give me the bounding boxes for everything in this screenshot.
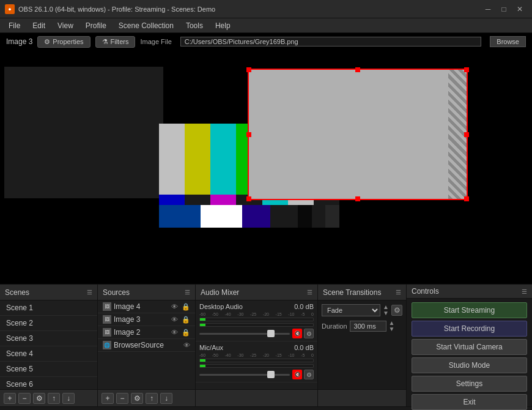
desktop-audio-meter (199, 318, 314, 321)
handle-tr[interactable] (464, 67, 469, 72)
handle-mr[interactable] (464, 132, 469, 137)
scenes-menu-icon[interactable]: ☰ (87, 289, 92, 296)
move-up-scene-button[interactable]: ↑ (48, 393, 60, 404)
menubar: File Edit View Profile Scene Collection … (0, 18, 532, 33)
move-down-scene-button[interactable]: ↓ (62, 393, 75, 404)
transitions-content: Fade Cut Swipe Slide ▲ ▼ ⚙ Duration ▲ ▼ (318, 300, 406, 389)
mic-aux-label: Mic/Aux (199, 344, 223, 351)
menu-edit[interactable]: Edit (26, 20, 51, 31)
duration-input[interactable] (350, 321, 386, 332)
desktop-audio-track: Desktop Audio 0.0 dB -60-50-40-30-25-20-… (196, 300, 317, 341)
desktop-audio-meter2 (199, 323, 314, 327)
desktop-mute-button[interactable]: 🔇 (292, 329, 302, 338)
desktop-audio-fader[interactable] (199, 333, 290, 335)
transitions-toolbar (318, 389, 406, 406)
menu-profile[interactable]: Profile (79, 20, 113, 31)
menu-help[interactable]: Help (209, 20, 237, 31)
scene-item[interactable]: Scene 5 (0, 362, 97, 377)
eye-icon[interactable]: 👁 (171, 329, 178, 336)
audio-mixer-panel: Audio Mixer ☰ Desktop Audio 0.0 dB -60-5… (196, 285, 318, 406)
menu-scene-collection[interactable]: Scene Collection (113, 20, 180, 31)
desktop-audio-fader-thumb[interactable] (267, 330, 275, 337)
exit-button[interactable]: Exit (412, 394, 527, 410)
mic-mute-button[interactable]: 🔇 (292, 370, 302, 379)
image-file-label: Image File (140, 38, 171, 45)
studio-mode-button[interactable]: Studio Mode (412, 357, 527, 373)
transition-select[interactable]: Fade Cut Swipe Slide (322, 304, 380, 316)
sources-toolbar: + − ⚙ ↑ ↓ (98, 389, 195, 406)
source-toolbar: Image 3 ⚙ Properties ⚗ Filters Image Fil… (0, 33, 532, 50)
audio-menu-icon[interactable]: ☰ (307, 289, 312, 296)
image-icon: 🖼 (103, 315, 111, 324)
handle-br[interactable] (464, 196, 469, 201)
properties-button[interactable]: ⚙ Properties (37, 36, 90, 48)
settings-button[interactable]: Settings (412, 376, 527, 392)
move-down-source-button[interactable]: ↓ (160, 393, 172, 404)
transition-arrows[interactable]: ▲ ▼ (383, 304, 389, 316)
remove-source-button[interactable]: − (116, 393, 128, 404)
scene-item[interactable]: Scene 4 (0, 346, 97, 362)
close-button[interactable]: ✕ (512, 3, 527, 15)
handle-tc[interactable] (355, 67, 360, 72)
audio-mixer-header: Audio Mixer ☰ (196, 285, 317, 300)
image-icon: 🖼 (103, 328, 111, 337)
remove-scene-button[interactable]: − (18, 393, 31, 404)
handle-bl[interactable] (246, 196, 251, 201)
menu-file[interactable]: File (2, 20, 26, 31)
start-streaming-button[interactable]: Start Streaming (412, 302, 527, 318)
lock-icon[interactable]: 🔒 (182, 329, 190, 337)
move-up-source-button[interactable]: ↑ (146, 393, 158, 404)
desktop-audio-controls: 🔇 ⚙ (292, 329, 314, 338)
source-item[interactable]: 🖼 Image 2 👁 🔒 (98, 326, 195, 339)
transitions-menu-icon[interactable]: ☰ (396, 289, 401, 296)
sources-menu-icon[interactable]: ☰ (185, 289, 190, 296)
transition-gear-button[interactable]: ⚙ (391, 305, 402, 316)
controls-content: Start Streaming Start Recording Start Vi… (407, 299, 532, 410)
source-settings-button[interactable]: ⚙ (131, 393, 143, 404)
selected-source-overlay[interactable] (248, 69, 468, 200)
menu-tools[interactable]: Tools (180, 20, 209, 31)
handle-bc[interactable] (355, 196, 360, 201)
start-recording-button[interactable]: Start Recording (412, 321, 527, 337)
transitions-header: Scene Transitions ☰ (318, 285, 406, 300)
scene-item[interactable]: Scene 3 (0, 331, 97, 346)
desktop-audio-label: Desktop Audio (199, 303, 243, 310)
scene-item[interactable]: Scene 6 (0, 377, 97, 389)
maximize-button[interactable]: □ (497, 3, 511, 15)
scene-item[interactable]: Scene 1 (0, 300, 97, 316)
eye-icon[interactable]: 👁 (171, 316, 178, 323)
lock-icon[interactable]: 🔒 (182, 316, 190, 324)
mic-aux-fader[interactable] (199, 374, 290, 376)
scene-item[interactable]: Scene 2 (0, 316, 97, 331)
scene-transitions-panel: Scene Transitions ☰ Fade Cut Swipe Slide… (318, 285, 407, 406)
mic-aux-fader-row: 🔇 ⚙ (199, 370, 314, 379)
file-path-input[interactable] (180, 37, 482, 47)
handle-tl[interactable] (246, 67, 251, 72)
source-item[interactable]: 🌐 BrowserSource 👁 (98, 339, 195, 352)
source-item[interactable]: 🖼 Image 4 👁 🔒 (98, 300, 195, 313)
sources-panel: Sources ☰ 🖼 Image 4 👁 🔒 🖼 Image 3 👁 🔒 🖼 … (98, 285, 196, 406)
controls-header: Controls ☰ (407, 285, 532, 299)
mic-config-button[interactable]: ⚙ (304, 370, 314, 379)
mic-aux-fader-thumb[interactable] (267, 371, 275, 378)
add-source-button[interactable]: + (102, 393, 114, 404)
minimize-button[interactable]: ─ (481, 3, 495, 15)
menu-view[interactable]: View (51, 20, 79, 31)
desktop-config-button[interactable]: ⚙ (304, 329, 314, 338)
start-virtual-camera-button[interactable]: Start Virtual Camera (412, 339, 527, 355)
controls-menu-icon[interactable]: ☰ (522, 288, 527, 295)
duration-arrows[interactable]: ▲ ▼ (389, 320, 395, 332)
scene-settings-button[interactable]: ⚙ (33, 393, 45, 404)
source-item[interactable]: 🖼 Image 3 👁 🔒 (98, 313, 195, 326)
add-scene-button[interactable]: + (4, 393, 16, 404)
mic-aux-meter (199, 359, 314, 362)
filters-button[interactable]: ⚗ Filters (95, 36, 136, 48)
handle-ml[interactable] (246, 132, 251, 137)
browse-button[interactable]: Browse (490, 36, 526, 47)
app-icon: ● (5, 4, 15, 14)
lock-icon[interactable]: 🔒 (182, 303, 190, 311)
meter-labels-desktop: -60-50-40-30-25-20-15-10-50 (199, 312, 314, 316)
eye-icon[interactable]: 👁 (171, 303, 178, 310)
eye-icon[interactable]: 👁 (183, 341, 190, 349)
mic-aux-controls: 🔇 ⚙ (292, 370, 314, 379)
